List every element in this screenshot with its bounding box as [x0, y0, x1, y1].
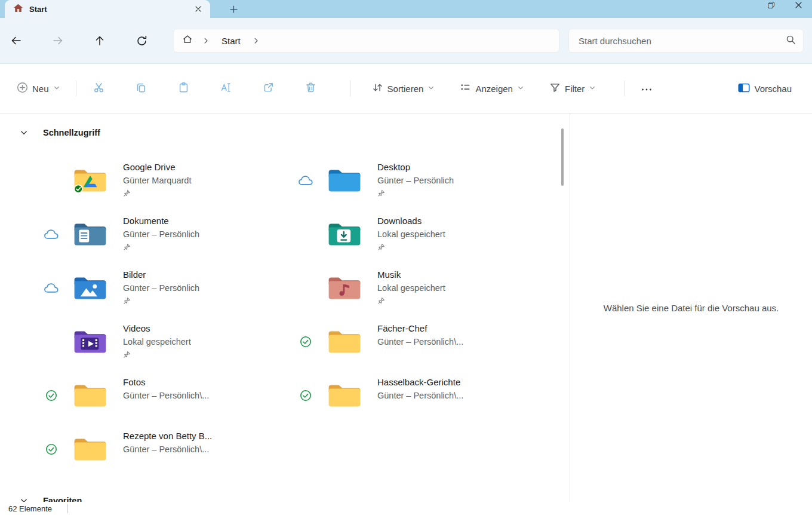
delete-button[interactable]	[298, 76, 324, 100]
search-box	[568, 29, 804, 53]
toolbar-divider	[350, 81, 350, 96]
quick-access-item[interactable]: Google Drive Günter Marquardt	[38, 160, 293, 207]
trash-icon	[305, 82, 316, 95]
search-input[interactable]	[579, 36, 786, 46]
pin-icon	[123, 296, 199, 305]
folder-icon	[73, 380, 107, 409]
chevron-down-icon	[427, 84, 435, 93]
chevron-right-icon	[253, 37, 260, 44]
quick-access-item[interactable]: Musik Lokal gespeichert	[293, 268, 543, 314]
cut-button[interactable]	[86, 76, 112, 100]
preview-toggle-button[interactable]: Vorschau	[732, 79, 798, 99]
back-button[interactable]	[6, 30, 26, 51]
preview-empty-text: Wählen Sie eine Datei für die Vorschau a…	[604, 303, 779, 313]
navigation-bar: Start	[0, 18, 812, 64]
folder-icon	[327, 326, 362, 355]
tab-close-icon[interactable]	[191, 2, 205, 16]
quick-access-item[interactable]: Downloads Lokal gespeichert	[293, 214, 543, 260]
toolbar-divider	[76, 81, 76, 96]
tab-title: Start	[29, 5, 191, 14]
cloud-available-icon	[38, 274, 64, 302]
view-button-label: Anzeigen	[475, 84, 513, 94]
up-button[interactable]	[90, 30, 110, 51]
close-window-button[interactable]	[785, 0, 812, 10]
google-drive-icon	[73, 165, 107, 194]
copy-icon	[136, 82, 147, 95]
status-placeholder	[293, 220, 319, 249]
quick-access-item[interactable]: Fotos Günter – Persönlich\...	[38, 375, 293, 422]
sort-icon	[372, 82, 383, 95]
quick-access-item[interactable]: Desktop Günter – Persönlich	[293, 160, 543, 207]
section-quick-access[interactable]: Schnellzugriff	[20, 127, 569, 139]
quick-access-item[interactable]: Dokumente Günter – Persönlich	[38, 214, 293, 260]
preview-button-label: Vorschau	[754, 84, 792, 94]
item-name: Google Drive	[123, 161, 191, 173]
preview-pane: Wählen Sie eine Datei für die Vorschau a…	[570, 114, 812, 502]
new-tab-button[interactable]	[226, 1, 241, 17]
sort-button[interactable]: Sortieren	[366, 78, 441, 99]
item-name: Hasselback-Gerichte	[377, 376, 463, 388]
forward-button[interactable]	[48, 30, 68, 51]
quick-access-item[interactable]: Rezepte von Betty B... Günter – Persönli…	[38, 429, 293, 476]
item-name: Fotos	[123, 376, 209, 388]
share-icon	[263, 82, 274, 95]
synced-check-icon	[293, 327, 319, 356]
maximize-restore-button[interactable]	[757, 0, 785, 10]
item-name: Videos	[123, 323, 191, 335]
more-icon	[641, 84, 652, 93]
item-name: Rezepte von Betty B...	[123, 430, 212, 442]
view-button[interactable]: Anzeigen	[454, 78, 530, 99]
pin-icon	[377, 189, 454, 197]
section-title: Schnellzugriff	[43, 128, 100, 137]
chevron-down-icon	[20, 496, 28, 502]
filter-button[interactable]: Filter	[543, 78, 602, 99]
pin-icon	[123, 243, 199, 251]
paste-button[interactable]	[171, 76, 197, 100]
quick-access-item[interactable]: Hasselback-Gerichte Günter – Persönlich\…	[293, 375, 543, 422]
downloads-folder-icon	[327, 219, 362, 247]
copy-button[interactable]	[128, 76, 155, 100]
section-title: Favoriten	[43, 496, 82, 502]
rename-icon	[220, 82, 232, 95]
synced-check-icon	[38, 435, 64, 464]
share-button[interactable]	[256, 76, 282, 100]
command-toolbar: Neu Sortieren	[0, 64, 812, 114]
quick-access-item[interactable]: Videos Lokal gespeichert	[38, 321, 293, 368]
tab-start[interactable]: Start	[5, 0, 210, 18]
view-options-icon	[460, 82, 471, 95]
breadcrumb-home-icon[interactable]	[182, 34, 193, 47]
more-options-button[interactable]	[635, 76, 659, 100]
status-bar: 62 Elemente	[0, 502, 812, 515]
new-button[interactable]: Neu	[11, 78, 66, 99]
item-name: Musik	[377, 269, 445, 281]
preview-pane-icon	[738, 82, 750, 95]
vertical-scrollbar[interactable]	[561, 128, 564, 186]
filter-funnel-icon	[549, 82, 561, 95]
section-favorites[interactable]: Favoriten	[20, 495, 569, 502]
rename-button[interactable]	[213, 76, 239, 100]
home-tab-icon	[13, 4, 23, 15]
documents-folder-icon	[73, 219, 107, 247]
clipboard-icon	[178, 82, 189, 95]
item-location: Günter – Persönlich\...	[377, 390, 463, 401]
scissors-icon	[93, 82, 104, 95]
item-location: Günter – Persönlich	[377, 175, 454, 186]
item-location: Lokal gespeichert	[377, 229, 445, 240]
item-count: 62 Elemente	[8, 504, 52, 513]
folder-icon	[73, 434, 107, 462]
synced-check-icon	[38, 381, 64, 410]
pictures-folder-icon	[73, 272, 107, 301]
item-location: Günter – Persönlich\...	[123, 390, 209, 401]
file-explorer-window: Start	[0, 0, 812, 515]
item-name: Desktop	[377, 161, 454, 173]
toolbar-divider	[625, 81, 625, 96]
status-placeholder	[38, 327, 64, 356]
quick-access-item[interactable]: Bilder Günter – Persönlich	[38, 268, 293, 314]
quick-access-item[interactable]: Fächer-Chef Günter – Persönlich\...	[293, 321, 543, 368]
refresh-button[interactable]	[131, 30, 152, 51]
breadcrumb-item-start[interactable]: Start	[219, 36, 243, 46]
item-location: Günter – Persönlich\...	[123, 444, 212, 455]
plus-circle-icon	[17, 82, 28, 95]
search-icon[interactable]	[786, 35, 796, 47]
chevron-down-icon	[53, 84, 60, 93]
